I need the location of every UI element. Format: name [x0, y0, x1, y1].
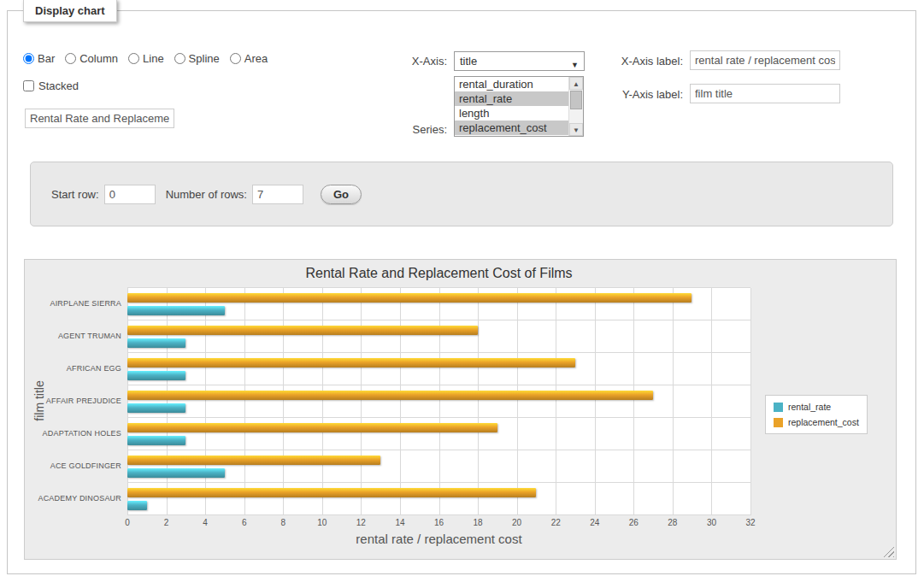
tick-label: 20	[512, 518, 521, 527]
xaxis-ticks: 02468101214161820222426283032	[127, 518, 750, 530]
plot-area	[127, 287, 750, 515]
chart-type-radio-column[interactable]	[65, 53, 76, 64]
xaxis-select-label: X-Axis:	[365, 55, 447, 68]
tick-label: 22	[551, 518, 561, 527]
legend-swatch	[774, 403, 783, 412]
bar-replacement_cost	[127, 488, 536, 497]
tick-label: 32	[745, 518, 755, 527]
chart-type-radio-spline[interactable]	[174, 53, 185, 64]
start-row-label: Start row:	[51, 188, 99, 201]
radio-label: Column	[79, 52, 118, 65]
tick-label: 0	[125, 518, 130, 527]
bar-replacement_cost	[127, 326, 478, 335]
tick-label: 4	[203, 518, 208, 527]
stacked-checkbox-row[interactable]: Stacked	[23, 79, 79, 92]
xaxis-select[interactable]: title ▼	[454, 51, 585, 71]
arrow-down-icon[interactable]: ▼	[569, 123, 583, 136]
tick-label: 8	[280, 518, 285, 527]
bar-rental_rate	[127, 436, 185, 445]
go-button[interactable]: Go	[321, 185, 362, 204]
bar-group	[127, 320, 750, 353]
bar-replacement_cost	[127, 456, 380, 465]
chart-type-radio-area[interactable]	[230, 53, 241, 64]
chart-type-radio-bar[interactable]	[23, 53, 34, 64]
series-listbox[interactable]: rental_durationrental_ratelengthreplacem…	[454, 76, 584, 137]
tick-label: 16	[434, 518, 444, 527]
bar-replacement_cost	[127, 358, 575, 367]
bar-replacement_cost	[127, 293, 692, 303]
display-chart-panel: Display chart BarColumnLineSplineArea St…	[7, 10, 916, 574]
bar-rental_rate	[127, 403, 185, 413]
chart-type-line[interactable]: Line	[128, 52, 164, 65]
series-option-length[interactable]: length	[455, 106, 568, 121]
series-listbox-label: Series:	[365, 123, 447, 136]
number-of-rows-input[interactable]	[252, 185, 303, 204]
chart-type-radio-line[interactable]	[128, 53, 139, 64]
xaxis-select-value: title	[460, 55, 477, 68]
gridline	[750, 288, 751, 515]
category-label: ACE GOLDFINGER	[25, 450, 121, 482]
bar-group	[127, 418, 750, 450]
chart-type-area[interactable]: Area	[230, 52, 268, 65]
bar-group	[127, 483, 750, 515]
radio-label: Line	[143, 52, 164, 65]
bar-group	[127, 450, 750, 483]
chart-type-column[interactable]: Column	[65, 52, 118, 65]
bar-rental_rate	[127, 371, 185, 380]
tick-label: 6	[242, 518, 247, 527]
bar-rental_rate	[127, 468, 225, 478]
series-listbox-options: rental_durationrental_ratelengthreplacem…	[455, 77, 568, 136]
bar-rental_rate	[127, 338, 185, 348]
category-label: AIRPLANE SIERRA	[25, 287, 121, 320]
series-option-replacement_cost[interactable]: replacement_cost	[455, 121, 568, 135]
chart-legend: rental_ratereplacement_cost	[765, 395, 868, 434]
series-listbox-scrollbar[interactable]: ▲ ▼	[568, 77, 583, 136]
tick-label: 12	[356, 518, 366, 527]
arrow-up-icon[interactable]: ▲	[569, 77, 583, 90]
row-range-panel: Start row: Number of rows: Go	[30, 162, 893, 226]
yaxis-label-input[interactable]	[690, 84, 840, 103]
legend-label: replacement_cost	[788, 417, 859, 427]
legend-label: rental_rate	[788, 402, 831, 412]
tick-label: 2	[164, 518, 169, 527]
chevron-down-icon: ▼	[571, 56, 579, 74]
chart-title-input[interactable]	[25, 109, 174, 128]
tick-label: 18	[474, 518, 483, 527]
series-option-rental_duration[interactable]: rental_duration	[455, 77, 568, 91]
bar-rental_rate	[127, 501, 147, 510]
tick-label: 14	[395, 518, 404, 527]
tick-label: 30	[707, 518, 716, 527]
legend-item-replacement_cost: replacement_cost	[774, 417, 859, 427]
category-label: AFRICAN EGG	[25, 352, 121, 385]
bar-replacement_cost	[127, 391, 653, 400]
category-label: AFFAIR PREJUDICE	[25, 385, 121, 417]
stacked-label: Stacked	[38, 79, 79, 92]
chart-type-spline[interactable]: Spline	[174, 52, 220, 65]
bar-replacement_cost	[127, 423, 497, 432]
series-option-rental_rate[interactable]: rental_rate	[455, 91, 568, 106]
xaxis-label-input[interactable]	[690, 50, 840, 70]
legend-swatch	[774, 418, 783, 427]
yaxis-label-field-label: Y-Axis label:	[597, 88, 683, 101]
chart-category-labels: AIRPLANE SIERRAAGENT TRUMANAFRICAN EGGAF…	[25, 287, 121, 514]
chart-title: Rental Rate and Replacement Cost of Film…	[127, 266, 750, 281]
tick-label: 24	[590, 518, 599, 527]
scrollbar-thumb[interactable]	[570, 91, 582, 109]
chart-type-radios: BarColumnLineSplineArea	[23, 52, 278, 65]
category-label: ACADEMY DINOSAUR	[25, 482, 121, 514]
category-label: ADAPTATION HOLES	[25, 417, 121, 450]
radio-label: Spline	[189, 52, 220, 65]
chart-panel: Rental Rate and Replacement Cost of Film…	[24, 259, 897, 560]
number-of-rows-label: Number of rows:	[166, 188, 247, 201]
bar-rental_rate	[127, 306, 225, 315]
legend-item-rental_rate: rental_rate	[774, 402, 859, 412]
xaxis-label-field-label: X-Axis label:	[597, 55, 683, 68]
chart-type-bar[interactable]: Bar	[23, 52, 55, 65]
chart-xaxis-title: rental rate / replacement cost	[127, 532, 750, 546]
radio-label: Area	[244, 52, 268, 65]
start-row-input[interactable]	[104, 185, 156, 204]
bar-group	[127, 288, 750, 320]
resize-handle-icon[interactable]	[883, 546, 894, 557]
tick-label: 28	[668, 518, 677, 527]
stacked-checkbox[interactable]	[23, 80, 34, 91]
